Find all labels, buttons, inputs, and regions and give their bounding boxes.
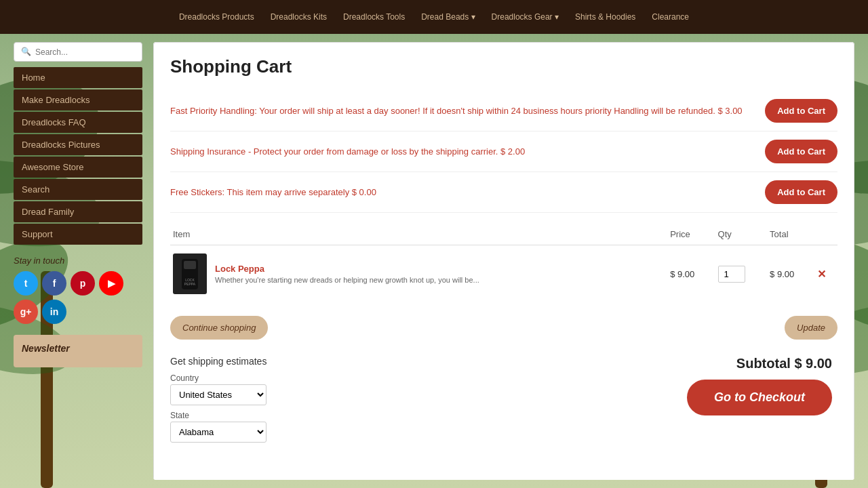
col-price: Price	[667, 224, 715, 245]
upsell-free-stickers: Free Stickers: This item may arrive sepa…	[170, 172, 837, 213]
upsell-stickers-text: Free Stickers: This item may arrive sepa…	[170, 186, 765, 199]
newsletter-box: Newsletter	[14, 335, 142, 367]
upsell-priority-handling: Fast Priority Handling: Your order will …	[170, 91, 837, 131]
col-item: Item	[170, 224, 667, 245]
social-pinterest-icon[interactable]: p	[71, 271, 95, 296]
sidebar-item-home[interactable]: Home	[14, 67, 142, 88]
add-priority-handling-button[interactable]: Add to Cart	[765, 99, 837, 123]
social-google-icon[interactable]: g+	[14, 300, 38, 324]
sidebar-item-dreadlocks-faq[interactable]: Dreadlocks FAQ	[14, 112, 142, 133]
shopping-cart-panel: Shopping Cart Fast Priority Handling: Yo…	[153, 42, 854, 480]
social-facebook-icon[interactable]: f	[42, 271, 66, 296]
search-icon: 🔍	[21, 47, 31, 57]
nav-dreadlocks-products[interactable]: Dreadlocks Products	[179, 12, 254, 22]
checkout-button[interactable]: Go to Checkout	[687, 380, 832, 415]
sidebar-item-awesome-store[interactable]: Awesome Store	[14, 157, 142, 178]
cart-actions: Continue shopping Update	[170, 310, 837, 340]
nav-shirts-hoodies[interactable]: Shirts & Hoodies	[575, 12, 635, 22]
bottom-row: Get shipping estimates Country United St…	[170, 345, 837, 467]
social-icons-container: t f p ▶ g+ in	[14, 271, 142, 324]
product-name: Lock Peppa	[215, 264, 479, 274]
svg-rect-11	[184, 261, 196, 269]
col-total: Total	[767, 224, 814, 245]
nav-dread-beads[interactable]: Dread Beads	[421, 12, 475, 22]
cart-title: Shopping Cart	[170, 56, 837, 77]
sidebar-item-dread-family[interactable]: Dread Family	[14, 201, 142, 222]
shipping-section: Get shipping estimates Country United St…	[170, 356, 267, 453]
search-box[interactable]: 🔍	[14, 42, 142, 62]
product-remove-cell: ✕	[814, 245, 837, 303]
sidebar-item-dreadlocks-pictures[interactable]: Dreadlocks Pictures	[14, 134, 142, 155]
upsell-shipping-insurance: Shipping Insurance - Protect your order …	[170, 131, 837, 172]
update-cart-button[interactable]: Update	[785, 316, 837, 340]
upsell-priority-text: Fast Priority Handling: Your order will …	[170, 104, 765, 118]
upsell-insurance-text: Shipping Insurance - Protect your order …	[170, 145, 765, 159]
sidebar: 🔍 Home Make Dreadlocks Dreadlocks FAQ Dr…	[14, 42, 142, 480]
product-description: Whether you're starting new dreads or he…	[215, 276, 479, 284]
sidebar-item-search[interactable]: Search	[14, 179, 142, 200]
nav-dreadlocks-gear[interactable]: Dreadlocks Gear	[492, 12, 559, 22]
social-linkedin-icon[interactable]: in	[42, 300, 66, 324]
sidebar-menu: Home Make Dreadlocks Dreadlocks FAQ Drea…	[14, 67, 142, 245]
col-qty: Qty	[715, 224, 768, 245]
nav-clearance[interactable]: Clearance	[652, 12, 689, 22]
col-remove	[814, 224, 837, 245]
table-row: LOCK PEPPA Lock Peppa Whether you're sta…	[170, 245, 837, 303]
sidebar-item-make-dreadlocks[interactable]: Make Dreadlocks	[14, 89, 142, 110]
product-price: $ 9.00	[667, 245, 715, 303]
remove-item-button[interactable]: ✕	[817, 268, 826, 281]
social-title: Stay in touch	[14, 256, 142, 266]
checkout-area: Subtotal $ 9.00 Go to Checkout	[687, 356, 837, 415]
newsletter-title: Newsletter	[22, 343, 134, 354]
subtotal-text: Subtotal $ 9.00	[687, 356, 832, 371]
product-qty-input[interactable]	[718, 266, 745, 283]
product-image: LOCK PEPPA	[173, 253, 207, 294]
nav-dreadlocks-tools[interactable]: Dreadlocks Tools	[343, 12, 405, 22]
add-stickers-button[interactable]: Add to Cart	[765, 180, 837, 204]
continue-shopping-button[interactable]: Continue shopping	[170, 316, 268, 340]
cart-table: Item Price Qty Total	[170, 224, 837, 302]
sidebar-item-support[interactable]: Support	[14, 224, 142, 245]
search-input[interactable]	[35, 47, 135, 57]
social-twitter-icon[interactable]: t	[14, 271, 38, 296]
product-cell: LOCK PEPPA Lock Peppa Whether you're sta…	[170, 245, 667, 303]
state-select[interactable]: Alabama	[170, 422, 267, 443]
nav-dreadlocks-kits[interactable]: Dreadlocks Kits	[271, 12, 327, 22]
shipping-title: Get shipping estimates	[170, 356, 267, 367]
svg-text:PEPPA: PEPPA	[184, 282, 196, 286]
social-youtube-icon[interactable]: ▶	[99, 271, 123, 296]
product-total: $ 9.00	[767, 245, 814, 303]
state-label: State	[170, 411, 267, 420]
top-navigation: Dreadlocks Products Dreadlocks Kits Drea…	[0, 0, 868, 34]
country-label: Country	[170, 373, 267, 383]
country-select[interactable]: United States	[170, 384, 267, 405]
add-insurance-button[interactable]: Add to Cart	[765, 140, 837, 163]
main-content: Shopping Cart Fast Priority Handling: Yo…	[153, 42, 854, 480]
social-section: Stay in touch t f p ▶ g+ in	[14, 256, 142, 324]
product-qty-cell	[715, 245, 768, 303]
shipping-fields: Country United States State Alabama	[170, 373, 267, 443]
